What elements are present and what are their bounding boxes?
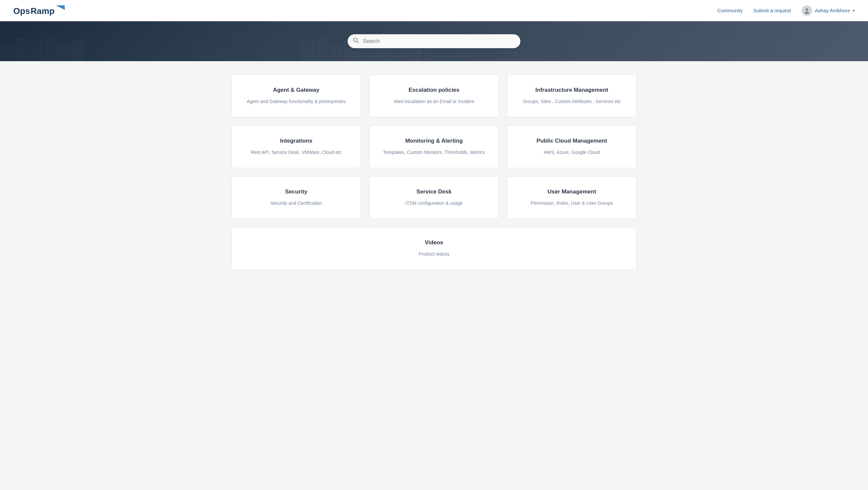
card-security-desc: Security and Certification xyxy=(271,200,322,207)
card-escalation-policies[interactable]: Escalation policies Alert escalation as … xyxy=(369,74,499,117)
svg-rect-7 xyxy=(27,41,43,61)
card-user-management[interactable]: User Management Permission, Roles, User … xyxy=(507,176,637,219)
card-monitoring-alerting[interactable]: Monitoring & Alerting Templates, Custom … xyxy=(369,125,499,168)
user-menu[interactable]: Ashay Ambhore ▾ xyxy=(802,5,855,16)
card-service-desk-desc: ITSM configuration & usage xyxy=(405,200,463,207)
person-icon xyxy=(804,7,810,14)
svg-text:Ops: Ops xyxy=(13,6,30,16)
card-public-cloud-management-title: Public Cloud Management xyxy=(536,137,607,144)
header-nav: Community Submit a request Ashay Ambhore… xyxy=(717,5,855,16)
cards-row-1: Agent & Gateway Agent and Gateway functi… xyxy=(231,74,637,117)
card-user-management-desc: Permission, Roles, User & User Groups xyxy=(531,200,613,207)
svg-text:Ramp: Ramp xyxy=(31,6,55,16)
card-security-title: Security xyxy=(285,188,307,195)
svg-rect-9 xyxy=(55,43,70,61)
card-user-management-title: User Management xyxy=(547,188,596,195)
svg-rect-6 xyxy=(15,38,25,61)
logo-icon: Ops Ramp xyxy=(13,3,66,18)
card-infrastructure-management-title: Infrastructure Management xyxy=(535,87,608,93)
user-name-label: Ashay Ambhore xyxy=(815,8,850,13)
svg-rect-13 xyxy=(329,44,342,61)
card-videos-title: Videos xyxy=(425,239,443,246)
svg-line-21 xyxy=(357,41,359,43)
svg-rect-10 xyxy=(71,39,83,61)
svg-marker-2 xyxy=(56,5,65,10)
card-service-desk[interactable]: Service Desk ITSM configuration & usage xyxy=(369,176,499,219)
user-avatar xyxy=(802,5,812,16)
card-security[interactable]: Security Security and Certification xyxy=(231,176,361,219)
card-monitoring-alerting-desc: Templates, Custom Monitors, Thresholds, … xyxy=(383,149,485,156)
logo-area: Ops Ramp xyxy=(13,3,66,18)
search-icon xyxy=(353,37,359,45)
svg-point-3 xyxy=(806,8,808,11)
card-public-cloud-management[interactable]: Public Cloud Management AWS, Azure, Goog… xyxy=(507,125,637,168)
card-agent-gateway[interactable]: Agent & Gateway Agent and Gateway functi… xyxy=(231,74,361,117)
svg-point-4 xyxy=(805,12,809,14)
chevron-down-icon: ▾ xyxy=(853,8,855,13)
card-integrations[interactable]: Integrations Rest API, Service Desk, VMW… xyxy=(231,125,361,168)
header: Ops Ramp Community Submit a request Asha… xyxy=(0,0,868,21)
card-public-cloud-management-desc: AWS, Azure, Google Cloud xyxy=(544,149,599,156)
svg-rect-8 xyxy=(45,36,53,61)
card-escalation-policies-title: Escalation policies xyxy=(408,87,459,93)
community-link[interactable]: Community xyxy=(717,8,743,13)
card-escalation-policies-desc: Alert escalation as an Email or Incident xyxy=(394,98,474,105)
hero-banner xyxy=(0,21,868,61)
card-infrastructure-management-desc: Groups, Sites , Custom Attributes , Serv… xyxy=(523,98,621,105)
svg-rect-5 xyxy=(0,44,13,61)
card-service-desk-title: Service Desk xyxy=(416,188,452,195)
card-integrations-title: Integrations xyxy=(280,137,312,144)
submit-request-link[interactable]: Submit a request xyxy=(753,8,791,13)
card-integrations-desc: Rest API, Service Desk, VMWare, Cloud et… xyxy=(251,149,342,156)
search-input[interactable] xyxy=(348,34,520,48)
card-videos[interactable]: Videos Product videos xyxy=(231,227,637,270)
cards-row-3: Security Security and Certification Serv… xyxy=(231,176,637,219)
svg-rect-11 xyxy=(299,41,316,61)
search-container xyxy=(348,34,520,48)
cards-row-2: Integrations Rest API, Service Desk, VMW… xyxy=(231,125,637,168)
card-infrastructure-management[interactable]: Infrastructure Management Groups, Sites … xyxy=(507,74,637,117)
card-agent-gateway-title: Agent & Gateway xyxy=(273,87,319,93)
main-content: Agent & Gateway Agent and Gateway functi… xyxy=(218,61,650,290)
card-agent-gateway-desc: Agent and Gateway functionality & prereq… xyxy=(247,98,346,105)
card-monitoring-alerting-title: Monitoring & Alerting xyxy=(405,137,463,144)
svg-rect-12 xyxy=(317,36,327,61)
card-videos-desc: Product videos xyxy=(419,251,450,257)
